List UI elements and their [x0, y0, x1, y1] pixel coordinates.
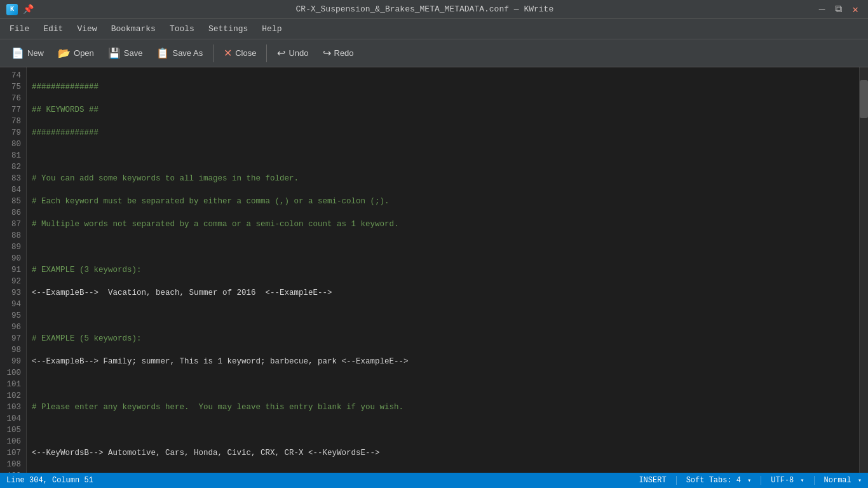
open-icon: 📂	[58, 48, 71, 58]
line-numbers: 74 75 76 77 78 79 80 81 82 83 84 85 86 8…	[0, 67, 27, 473]
menu-edit[interactable]: Edit	[37, 22, 69, 36]
close-file-button[interactable]: ✕ Close	[217, 45, 262, 62]
titlebar-left: K 📌	[6, 4, 34, 15]
line-col-indicator: Line 304, Column 51	[6, 476, 93, 485]
menubar: File Edit View Bookmarks Tools Settings …	[0, 19, 868, 39]
tabs-indicator[interactable]: Soft Tabs: 4 ▾	[686, 476, 752, 485]
insert-mode-indicator[interactable]: INSERT	[639, 476, 666, 485]
open-label: Open	[74, 48, 94, 58]
encoding-chevron-icon: ▾	[801, 477, 804, 484]
titlebar-title: CR-X_Suspension_&_Brakes_META_METADATA.c…	[34, 4, 816, 14]
menu-help[interactable]: Help	[255, 22, 288, 36]
close-file-label: Close	[235, 48, 256, 58]
toolbar-sep-1	[213, 44, 214, 62]
statusbar-left: Line 304, Column 51	[6, 476, 93, 485]
save-label: Save	[124, 48, 143, 58]
status-sep-1	[676, 476, 677, 485]
new-label: New	[27, 48, 44, 58]
pin-icon: 📌	[23, 4, 34, 15]
statusbar: Line 304, Column 51 INSERT Soft Tabs: 4 …	[0, 473, 868, 488]
status-sep-2	[761, 476, 761, 485]
line-ending-indicator[interactable]: Normal ▾	[824, 476, 862, 485]
statusbar-right: INSERT Soft Tabs: 4 ▾ UTF-8 ▾ Normal ▾	[639, 476, 862, 485]
toolbar-sep-2	[266, 44, 267, 62]
menu-bookmarks[interactable]: Bookmarks	[105, 22, 162, 36]
redo-icon: ↪	[323, 48, 331, 58]
tabs-chevron-icon: ▾	[747, 477, 751, 484]
menu-settings[interactable]: Settings	[202, 22, 254, 36]
new-icon: 📄	[11, 48, 24, 58]
editor-text[interactable]: ############## ## KEYWORDS ## ##########…	[27, 67, 859, 473]
undo-icon: ↩	[277, 48, 285, 58]
menu-file[interactable]: File	[3, 22, 36, 36]
app-icon: K	[6, 4, 18, 15]
status-sep-3	[814, 476, 815, 485]
minimize-button[interactable]: —	[816, 3, 829, 17]
menu-view[interactable]: View	[71, 22, 103, 36]
redo-label: Redo	[334, 48, 354, 58]
titlebar-controls: — ⧉ ✕	[816, 2, 862, 17]
saveas-icon: 📋	[156, 48, 169, 58]
open-button[interactable]: 📂 Open	[51, 45, 100, 62]
saveas-label: Save As	[172, 48, 203, 58]
line-ending-chevron-icon: ▾	[858, 477, 862, 484]
restore-button[interactable]: ⧉	[832, 2, 845, 17]
saveas-button[interactable]: 📋 Save As	[150, 45, 209, 62]
encoding-indicator[interactable]: UTF-8 ▾	[771, 476, 804, 485]
save-icon: 💾	[108, 48, 121, 58]
redo-button[interactable]: ↪ Redo	[316, 45, 360, 62]
scrollbar[interactable]	[859, 67, 868, 473]
editor-container: 74 75 76 77 78 79 80 81 82 83 84 85 86 8…	[0, 67, 868, 473]
close-button[interactable]: ✕	[849, 2, 862, 17]
titlebar: K 📌 CR-X_Suspension_&_Brakes_META_METADA…	[0, 0, 868, 19]
close-file-icon: ✕	[224, 48, 232, 58]
toolbar: 📄 New 📂 Open 💾 Save 📋 Save As ✕ Close ↩ …	[0, 39, 868, 67]
new-button[interactable]: 📄 New	[5, 45, 50, 62]
undo-label: Undo	[288, 48, 308, 58]
scrollbar-thumb[interactable]	[860, 80, 868, 118]
save-button[interactable]: 💾 Save	[102, 45, 149, 62]
undo-button[interactable]: ↩ Undo	[271, 45, 315, 62]
menu-tools[interactable]: Tools	[163, 22, 201, 36]
